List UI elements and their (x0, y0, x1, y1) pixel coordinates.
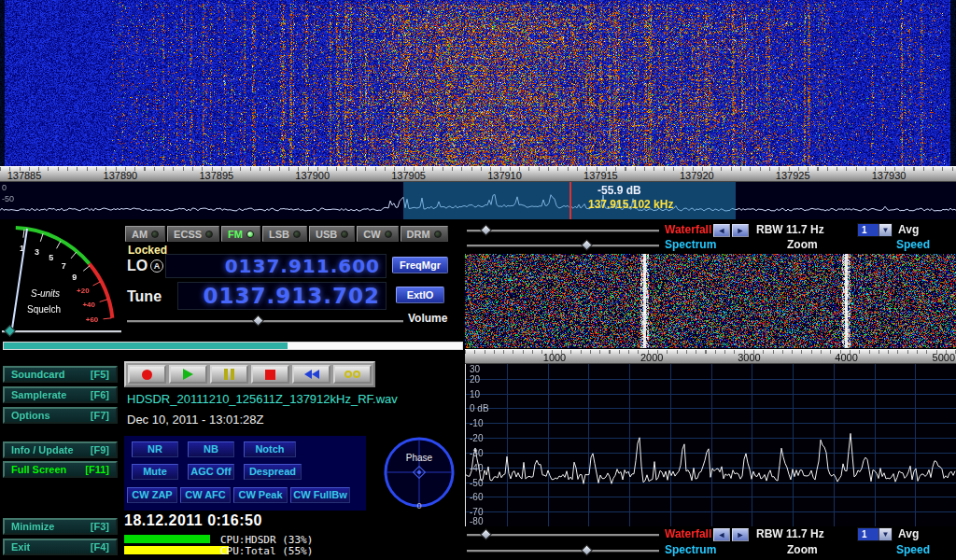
zoom-label-bottom: Zoom (787, 543, 818, 556)
cw-fullbw-button[interactable]: CW FullBw (290, 487, 350, 503)
caret-down-icon[interactable]: ▼ (879, 528, 892, 540)
speed-label-bottom: Speed (896, 543, 930, 556)
squelch-slider[interactable] (2, 326, 121, 336)
freq-tick-label: 137930 (872, 170, 907, 181)
lo-frequency-display[interactable]: 0137.911.600 (165, 254, 387, 278)
mode-button-usb[interactable]: USB (309, 226, 355, 242)
pan-left-button-bottom[interactable]: ◄ (713, 528, 730, 541)
mode-selector: AM ECSS FM LSB USB CW DRM (125, 226, 448, 242)
rbw-label-bottom: RBW 11.7 Hz (756, 527, 824, 540)
notch-button[interactable]: Notch (244, 441, 296, 457)
play-button[interactable] (169, 365, 207, 384)
cw-afc-button[interactable]: CW AFC (180, 487, 231, 503)
pan-left-button-top[interactable]: ◄ (713, 224, 730, 237)
zoom-waterfall-display[interactable] (465, 254, 956, 348)
options-button[interactable]: Options[F7] (3, 407, 118, 424)
slider-thumb[interactable] (581, 239, 593, 251)
mute-button[interactable]: Mute (132, 464, 178, 480)
slider-thumb[interactable] (481, 528, 493, 540)
mode-button-am[interactable]: AM (125, 226, 165, 242)
slider-thumb[interactable] (581, 544, 593, 556)
spectrum-display[interactable]: 3020100 dB-10-20-30-40-50-60-70-80 (465, 364, 956, 526)
soundcard-button[interactable]: Soundcard[F5] (3, 366, 118, 383)
db-tick-label: -80 (470, 516, 483, 526)
frequency-ruler[interactable]: 1378851378901378951379001379051379101379… (0, 166, 956, 182)
mode-button-drm[interactable]: DRM (401, 226, 448, 242)
spectrum-label-top[interactable]: Spectrum (665, 238, 716, 251)
db-tick-label: -30 (470, 448, 483, 458)
nr-button[interactable]: NR (132, 441, 178, 457)
avg-label-top: Avg (898, 223, 919, 236)
db-tick-label: 30 (470, 364, 480, 374)
squelch-slider-track (2, 330, 121, 332)
slider-track (467, 230, 659, 231)
despread-button[interactable]: Despread (244, 464, 302, 480)
db-scale: 3020100 dB-10-20-30-40-50-60-70-80 (466, 364, 956, 526)
volume-slider[interactable] (127, 315, 403, 326)
lock-badge[interactable]: A (150, 259, 163, 273)
freq-tick-label: 137905 (391, 170, 426, 181)
mode-led-icon (385, 231, 392, 238)
rewind-icon (304, 370, 319, 379)
mode-button-cw[interactable]: CW (357, 226, 398, 242)
avg-select-value: 1 (858, 528, 879, 540)
tune-cursor-line[interactable] (569, 182, 571, 219)
squelch-label: Squelch (27, 304, 61, 315)
cw-peak-button[interactable]: CW Peak (233, 487, 288, 503)
loop-button[interactable] (333, 365, 372, 384)
cursor-db-readout: -55.9 dB (598, 184, 641, 197)
mode-button-fm[interactable]: FM (221, 226, 260, 242)
waterfall-brightness-slider-top[interactable] (467, 225, 659, 235)
mode-button-ecss[interactable]: ECSS (167, 226, 219, 242)
spectrum-zoom-slider-top[interactable] (467, 240, 659, 250)
nb-button[interactable]: NB (188, 441, 234, 457)
record-icon (142, 370, 152, 380)
overview-spectrum[interactable]: 0 -50 -55.9 dB 137.915.102 kHz (0, 182, 956, 219)
freq-tick-label: 137915 (583, 170, 618, 181)
samplerate-button[interactable]: Samplerate[F6] (3, 386, 118, 403)
waterfall-brightness-slider-bottom[interactable] (467, 529, 659, 539)
pause-icon (224, 369, 234, 380)
squelch-slider-thumb[interactable] (4, 325, 16, 337)
freq-tick-label: 137925 (776, 170, 810, 181)
s-meter-tick-5: 5 (49, 253, 53, 262)
s-meter-tick-9: 9 (72, 273, 77, 282)
s-meter-red-arc (90, 264, 113, 318)
avg-select-top[interactable]: 1 ▼ (857, 223, 893, 237)
zoom-frequency-ruler[interactable]: 10002000300040005000 (465, 349, 956, 364)
minimize-key: [F3] (91, 521, 109, 532)
db-tick-label: -50 (470, 478, 483, 488)
pan-right-button-bottom[interactable]: ► (732, 528, 749, 541)
stop-button[interactable] (251, 365, 289, 384)
playback-progress-bar[interactable] (3, 342, 463, 350)
avg-select-bottom[interactable]: 1 ▼ (857, 527, 893, 541)
minimize-button[interactable]: Minimize[F3] (3, 518, 118, 535)
freq-tick-label: 137885 (7, 170, 42, 181)
volume-slider-thumb[interactable] (252, 315, 264, 327)
mode-label: USB (316, 229, 337, 240)
spectrum-label-bottom[interactable]: Spectrum (665, 543, 716, 556)
record-button[interactable] (128, 365, 166, 384)
waterfall-label-bottom[interactable]: Waterfall (665, 527, 711, 540)
mode-led-icon (205, 231, 213, 238)
pause-button[interactable] (210, 365, 248, 384)
mode-button-lsb[interactable]: LSB (262, 226, 307, 242)
waterfall-label-top[interactable]: Waterfall (665, 223, 711, 236)
fullscreen-button[interactable]: Full Screen[F11] (3, 461, 118, 478)
avg-select-value: 1 (858, 224, 879, 236)
exit-button[interactable]: Exit[F4] (3, 539, 118, 555)
overview-db-max: 0 (2, 183, 7, 192)
slider-thumb[interactable] (481, 224, 493, 236)
hdsdr-app: 1378851378901378951379001379051379101379… (0, 0, 956, 560)
pan-right-button-top[interactable]: ► (732, 224, 749, 237)
agc-off-button[interactable]: AGC Off (188, 464, 234, 480)
caret-down-icon[interactable]: ▼ (879, 224, 892, 236)
cw-zap-button[interactable]: CW ZAP (127, 487, 177, 503)
rewind-button[interactable] (292, 365, 330, 384)
spectrum-zoom-slider-bottom[interactable] (467, 545, 659, 555)
main-waterfall-display[interactable] (0, 0, 956, 166)
freqmgr-button[interactable]: FreqMgr (392, 257, 448, 273)
tune-frequency-display[interactable]: 0137.913.702 (177, 282, 387, 310)
extio-button[interactable]: ExtIO (396, 287, 444, 303)
info-update-button[interactable]: Info / Update[F9] (3, 441, 118, 458)
